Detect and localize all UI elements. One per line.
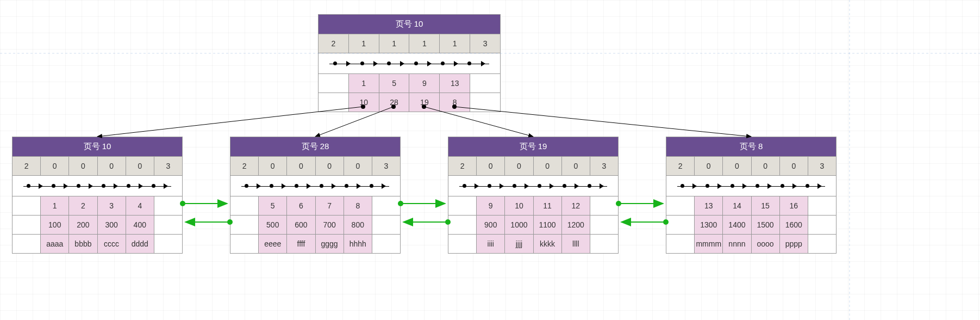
data-cell [230, 235, 258, 253]
leaf-header-row: 2 0 0 0 0 3 [448, 156, 618, 175]
data-cell: 6 [286, 196, 315, 215]
data-cell: 13 [439, 74, 470, 93]
data-cell: 19 [409, 93, 439, 112]
hdr-cell: 1 [409, 34, 439, 53]
hdr-cell: 0 [779, 157, 808, 175]
hdr-cell: 3 [808, 157, 836, 175]
hdr-cell: 0 [694, 157, 722, 175]
data-cell: 100 [40, 216, 68, 234]
data-cell [154, 235, 182, 253]
pointer-arrow-icon [373, 61, 378, 66]
root-header-row: 2 1 1 1 1 3 [319, 34, 500, 53]
data-cell: cccc [97, 235, 126, 253]
hdr-cell: 0 [751, 157, 779, 175]
pointer-dot-icon [441, 61, 445, 65]
data-cell: kkkk [533, 235, 561, 253]
leaf-pointer-row [13, 175, 182, 196]
root-data-row: 1 5 9 13 [319, 73, 500, 93]
data-cell: 1000 [504, 216, 533, 234]
data-cell: 15 [751, 196, 779, 215]
data-cell [372, 235, 400, 253]
data-cell [230, 216, 258, 234]
data-cell: pppp [779, 235, 808, 253]
pointer-arrow-icon [346, 61, 351, 66]
data-cell [590, 196, 618, 215]
hdr-cell: 2 [230, 157, 258, 175]
data-cell: 13 [694, 196, 722, 215]
leaf-node-1: 页号 28 2 0 0 0 0 3 5 6 7 8 500 600 700 80… [230, 137, 401, 254]
pointer-arrow-icon [454, 61, 458, 66]
data-cell: 2 [68, 196, 97, 215]
data-cell: 300 [97, 216, 126, 234]
hdr-cell: 0 [476, 157, 504, 175]
data-cell: dddd [126, 235, 154, 253]
data-cell [448, 216, 476, 234]
leaf-title: 页号 28 [230, 137, 400, 156]
leaf-data-row: 100 200 300 400 [13, 215, 182, 234]
data-cell: 8 [344, 196, 372, 215]
pointer-arrow-icon [427, 61, 432, 66]
data-cell: 1 [40, 196, 68, 215]
data-cell [808, 216, 836, 234]
hdr-cell: 1 [379, 34, 409, 53]
hdr-cell: 3 [590, 157, 618, 175]
data-cell: eeee [258, 235, 286, 253]
data-cell [590, 216, 618, 234]
data-cell: 800 [344, 216, 372, 234]
data-cell: 1300 [694, 216, 722, 234]
leaf-title: 页号 8 [666, 137, 836, 156]
pointer-dot-icon [414, 61, 418, 65]
hdr-cell: 3 [372, 157, 400, 175]
root-pointer-row [319, 53, 500, 73]
data-cell: 3 [97, 196, 126, 215]
data-cell [230, 196, 258, 215]
data-cell [154, 216, 182, 234]
hdr-cell: 0 [561, 157, 590, 175]
leaf-pointer-row [666, 175, 836, 196]
leaf-header-row: 2 0 0 0 0 3 [230, 156, 400, 175]
hdr-cell: 1 [439, 34, 470, 53]
data-cell: 600 [286, 216, 315, 234]
hdr-cell: 3 [470, 34, 500, 53]
data-cell: 1600 [779, 216, 808, 234]
leaf-data-row: 500 600 700 800 [230, 215, 400, 234]
data-cell [13, 196, 40, 215]
hdr-cell: 3 [154, 157, 182, 175]
leaf-data-row: eeee ffff gggg hhhh [230, 234, 400, 253]
data-cell: hhhh [344, 235, 372, 253]
leaf-title: 页号 10 [13, 137, 182, 156]
data-cell: ffff [286, 235, 315, 253]
leaf-title: 页号 19 [448, 137, 618, 156]
data-cell: 1500 [751, 216, 779, 234]
data-cell: aaaa [40, 235, 68, 253]
hdr-cell: 0 [286, 157, 315, 175]
data-cell [372, 196, 400, 215]
root-node: 页号 10 2 1 1 1 1 3 1 5 9 13 [318, 14, 501, 112]
data-cell: 5 [379, 74, 409, 93]
pointer-dot-icon [467, 61, 471, 65]
data-cell [13, 216, 40, 234]
hdr-cell: 0 [40, 157, 68, 175]
leaf-data-row: aaaa bbbb cccc dddd [13, 234, 182, 253]
data-cell: 400 [126, 216, 154, 234]
data-cell [470, 74, 500, 93]
data-cell [319, 74, 348, 93]
data-cell: 4 [126, 196, 154, 215]
hdr-cell: 2 [13, 157, 40, 175]
data-cell [448, 196, 476, 215]
root-data-row: 10 28 19 8 [319, 93, 500, 112]
data-cell: gggg [315, 235, 344, 253]
leaf-data-row: iiii jjjj kkkk llll [448, 234, 618, 253]
data-cell: 1200 [561, 216, 590, 234]
data-cell: mmmm [694, 235, 722, 253]
leaf-node-2: 页号 19 2 0 0 0 0 3 9 10 11 12 900 1000 11… [448, 137, 619, 254]
data-cell: 700 [315, 216, 344, 234]
leaf-header-row: 2 0 0 0 0 3 [13, 156, 182, 175]
data-cell: 11 [533, 196, 561, 215]
hdr-cell: 0 [344, 157, 372, 175]
data-cell: 10 [504, 196, 533, 215]
data-cell [372, 216, 400, 234]
pointer-dot-icon [360, 61, 364, 65]
data-cell [666, 216, 694, 234]
hdr-cell: 0 [97, 157, 126, 175]
